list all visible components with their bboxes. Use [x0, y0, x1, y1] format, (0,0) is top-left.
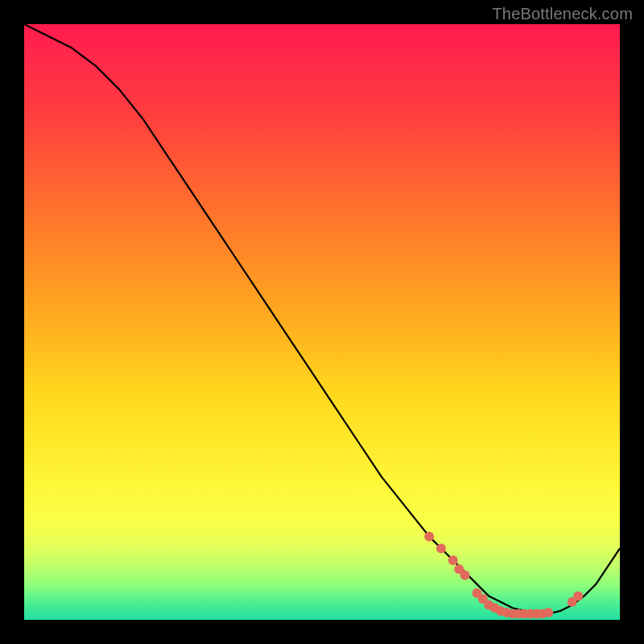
curve-marker — [543, 608, 553, 617]
bottleneck-curve — [24, 24, 620, 614]
chart-frame: TheBottleneck.com — [0, 0, 644, 644]
curve-marker — [424, 531, 434, 541]
curve-marker — [460, 571, 470, 580]
curve-marker — [448, 555, 458, 565]
curve-marker — [436, 543, 446, 553]
watermark-text: TheBottleneck.com — [492, 5, 633, 23]
curve-markers — [424, 531, 583, 618]
plot-area — [24, 24, 620, 620]
curve-marker — [573, 591, 583, 601]
chart-svg — [24, 24, 620, 620]
